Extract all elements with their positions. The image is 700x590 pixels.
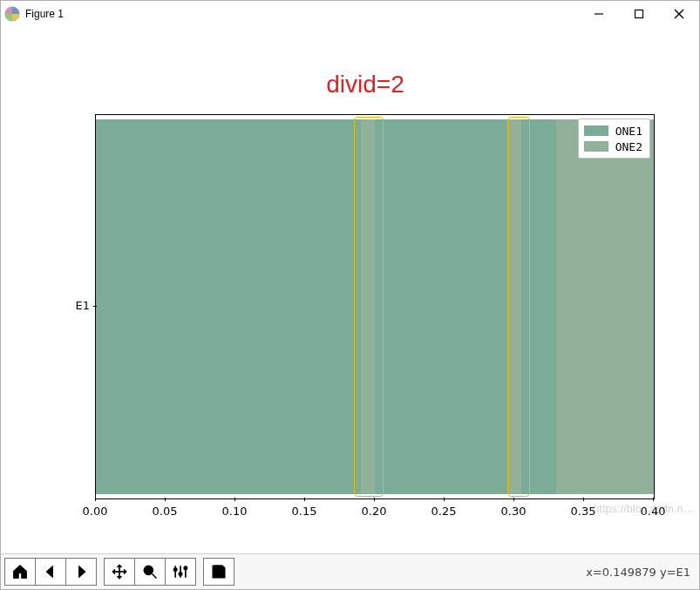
x-tick-label: 0.35	[571, 505, 596, 518]
svg-rect-15	[215, 566, 221, 569]
figure-canvas[interactable]: divid=2 ONE1ONE2 E1 0.000.050.100.150.20…	[1, 27, 699, 553]
x-tick-label: 0.15	[292, 505, 317, 518]
svg-point-10	[174, 568, 177, 571]
svg-point-14	[184, 566, 187, 569]
titlebar[interactable]: Figure 1	[1, 1, 699, 27]
minimize-button[interactable]	[579, 1, 619, 27]
x-tick-label: 0.25	[432, 505, 457, 518]
svg-point-7	[144, 566, 153, 574]
legend-label: ONE1	[615, 125, 642, 138]
svg-point-12	[179, 573, 181, 575]
x-tick-label: 0.10	[222, 505, 248, 518]
legend-swatch	[584, 141, 608, 152]
legend: ONE1ONE2	[578, 119, 650, 159]
x-tick: 0.15	[282, 501, 326, 518]
window-title: Figure 1	[25, 8, 64, 20]
x-tick-label: 0.30	[501, 505, 527, 518]
x-ticks: 0.000.050.100.150.200.250.300.350.40	[95, 501, 653, 527]
svg-rect-16	[215, 572, 222, 577]
configure-subplots-button[interactable]	[166, 559, 195, 585]
legend-swatch	[584, 125, 608, 136]
maximize-button[interactable]	[619, 1, 659, 27]
x-tick-label: 0.20	[362, 505, 387, 518]
highlight-box	[507, 117, 530, 497]
legend-entry: ONE1	[584, 123, 642, 139]
bar-segment	[96, 119, 361, 494]
y-tick: E1	[60, 299, 90, 312]
x-tick: 0.00	[73, 501, 117, 518]
pan-button[interactable]	[105, 559, 135, 585]
x-tick: 0.10	[213, 501, 256, 518]
svg-rect-2	[635, 10, 643, 18]
plot-area: divid=2 ONE1ONE2 E1 0.000.050.100.150.20…	[60, 71, 670, 532]
bar-segment	[375, 119, 507, 494]
home-button[interactable]	[5, 559, 36, 585]
cursor-coordinates: x=0.149879 y=E1	[586, 554, 690, 589]
watermark-text: https://blog.csdn.n…	[594, 503, 694, 515]
x-tick-label: 0.05	[153, 505, 178, 518]
x-tick: 0.30	[492, 501, 535, 518]
forward-button[interactable]	[66, 559, 96, 585]
zoom-button[interactable]	[135, 559, 166, 585]
x-tick: 0.05	[143, 501, 187, 518]
svg-line-8	[153, 574, 157, 579]
bar-segment	[556, 119, 654, 494]
save-button[interactable]	[204, 559, 234, 585]
legend-label: ONE2	[615, 140, 642, 153]
chart-title: divid=2	[60, 71, 670, 98]
x-tick-label: 0.00	[83, 505, 108, 518]
close-button[interactable]	[659, 1, 699, 27]
axes: ONE1ONE2	[95, 114, 655, 499]
window-controls	[579, 1, 699, 27]
toolbar-group-nav	[4, 558, 97, 586]
legend-entry: ONE2	[584, 139, 642, 154]
x-tick: 0.20	[352, 501, 396, 518]
y-tick-label: E1	[76, 299, 91, 312]
x-tick: 0.25	[422, 501, 466, 518]
toolbar-group-view	[104, 558, 196, 586]
highlight-box	[354, 117, 384, 497]
back-button[interactable]	[36, 559, 66, 585]
nav-toolbar: x=0.149879 y=E1	[1, 553, 699, 589]
toolbar-group-save	[203, 558, 234, 586]
matplotlib-icon	[4, 6, 20, 22]
figure-window: Figure 1 divid=2 ONE1ONE2 E1 0.000.050.1…	[0, 0, 700, 590]
